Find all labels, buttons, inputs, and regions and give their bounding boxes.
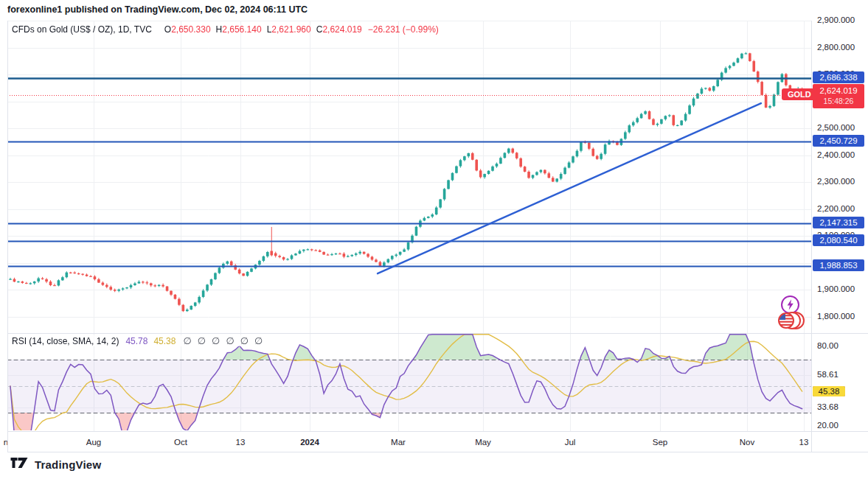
time-axis-tick: 2024: [300, 438, 319, 447]
time-axis-tick: Oct: [174, 438, 187, 447]
price-level-badge: 2,147.315: [813, 217, 864, 228]
price-level-badge: 2,080.540: [813, 234, 864, 246]
rsi-value: 45.78: [125, 336, 147, 346]
price-axis-tick: 2,400.000: [817, 150, 855, 159]
price-level-badge: 1,988.853: [813, 259, 864, 271]
high-value: 2,656.140: [222, 24, 261, 35]
chart-canvas[interactable]: [7, 21, 811, 431]
close-label: C: [316, 24, 323, 35]
price-axis-tick: 2,500.000: [817, 123, 855, 132]
brand-name[interactable]: TradingView: [35, 458, 101, 471]
tradingview-chart-screenshot: forexonline1 published on TradingView.co…: [0, 0, 868, 479]
time-axis-tick: Mar: [391, 438, 406, 447]
price-axis-tick: 2,200.000: [817, 204, 855, 213]
price-level-badge: 2,450.729: [813, 135, 864, 147]
time-axis-tick: Aug: [86, 438, 101, 447]
rsi-empty-value: ∅: [240, 335, 249, 346]
rsi-empty-value: ∅: [226, 335, 234, 346]
rsi-ma-value: 45.38: [153, 336, 176, 346]
rsi-empty-value: ∅: [183, 335, 191, 346]
time-axis-tick: Nov: [740, 438, 754, 447]
rsi-empty-value: ∅: [212, 335, 220, 346]
pane-separator[interactable]: [7, 333, 868, 334]
rsi-title: RSI (14, close, SMA, 14, 2): [12, 336, 119, 346]
rsi-empty-value: ∅: [254, 335, 263, 346]
price-axis-tick: 1,800.000: [817, 312, 855, 321]
symbol-legend[interactable]: CFDs on Gold (US$ / OZ), 1D, TVC O2,650.…: [12, 24, 439, 35]
time-axis-tick: Sep: [653, 438, 667, 447]
price-axis-tick: 2,800.000: [817, 43, 855, 52]
last-price-badge: 2,624.019 15:48:26: [813, 84, 864, 108]
close-value: 2,624.019: [322, 24, 361, 35]
rsi-legend[interactable]: RSI (14, close, SMA, 14, 2) 45.78 45.38 …: [12, 335, 273, 346]
chart-left-border: [7, 21, 8, 452]
price-axis-tick: 2,900.000: [817, 15, 855, 24]
change-value: −26.231 (−0.99%): [368, 24, 439, 35]
low-label: L: [267, 24, 272, 35]
rsi-axis-tick: 20.00: [817, 421, 839, 430]
open-value: 2,650.330: [171, 24, 210, 35]
tradingview-logo-icon[interactable]: [10, 457, 29, 472]
rsi-axis-tick: 80.00: [817, 341, 839, 350]
publish-byline: forexonline1 published on TradingView.co…: [7, 4, 308, 15]
rsi-axis-tick: 33.68: [817, 402, 839, 411]
rsi-axis-tick: 58.61: [817, 370, 839, 379]
price-scale-border[interactable]: [811, 21, 812, 452]
open-label: O: [164, 24, 171, 35]
rsi-empty-value: ∅: [198, 335, 206, 346]
symbol-title: CFDs on Gold (US$ / OZ), 1D, TVC: [12, 24, 152, 35]
low-value: 2,621.960: [271, 24, 310, 35]
rsi-empty-values: ∅∅∅∅∅∅: [183, 335, 268, 346]
price-level-badge: 2,686.338: [813, 71, 864, 83]
footer: TradingView: [10, 457, 101, 472]
time-axis-tick: 13: [236, 438, 246, 447]
symbol-price-tag: GOLD: [782, 88, 817, 100]
time-scale-border: [7, 431, 868, 432]
high-label: H: [216, 24, 223, 35]
us-flag-coins-icon[interactable]: [775, 310, 805, 334]
price-axis-tick: 1,900.000: [817, 284, 855, 293]
time-axis-tick: 13: [799, 438, 809, 447]
time-axis-tick: Jul: [565, 438, 576, 447]
last-price-value: 2,624.019: [813, 85, 864, 96]
time-axis-tick: May: [475, 438, 491, 447]
chart-bottom-border: [7, 452, 868, 452]
price-axis-tick: 2,300.000: [817, 177, 855, 186]
last-price-time: 15:48:26: [813, 96, 864, 106]
rsi-axis-badge: 45.38: [813, 386, 845, 396]
